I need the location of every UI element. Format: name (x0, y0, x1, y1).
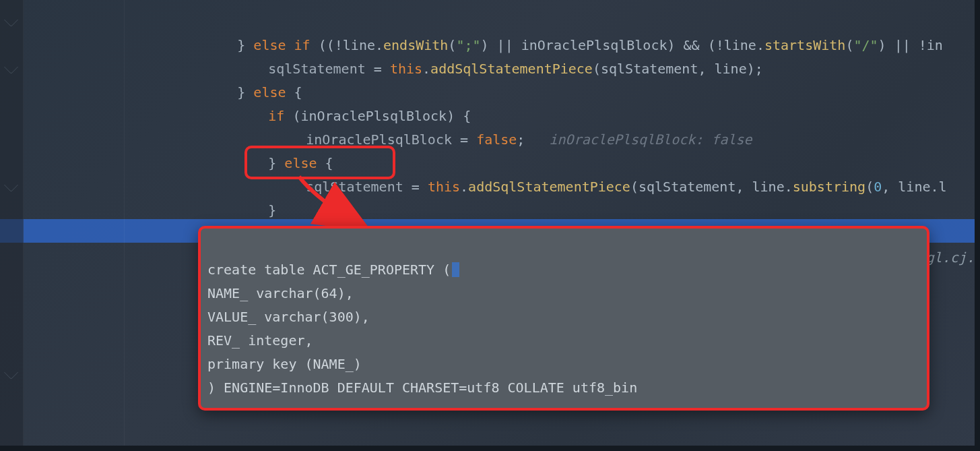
tooltip-line: ) ENGINE=InnoDB DEFAULT CHARSET=utf8 COL… (207, 380, 637, 396)
code-line: inOraclePlsqlBlock = false; inOraclePlsq… (23, 104, 980, 128)
text-caret (452, 262, 459, 277)
tooltip-line: NAME_ varchar(64), (207, 285, 354, 301)
code-line: } else { (23, 128, 980, 152)
tooltip-line: VALUE_ varchar(300), (207, 309, 370, 325)
editor-gutter (0, 0, 24, 451)
tooltip-line: primary key (NAME_) (207, 356, 362, 372)
tooltip-line: create table ACT_GE_PROPERTY ( (207, 262, 451, 278)
code-line: } (23, 421, 980, 445)
frame-right (975, 0, 980, 451)
code-line: } else { (23, 57, 980, 81)
tooltip-line: REV_ integer, (207, 332, 313, 349)
debugger-evaluate-popup[interactable]: create table ACT_GE_PROPERTY ( NAME_ var… (198, 226, 929, 411)
code-line: sqlStatement = this.addSqlStatementPiece… (23, 34, 980, 57)
code-line: } else if ((!line.endsWith(";") || inOra… (23, 10, 980, 34)
code-line: sqlStatement = this.addSqlStatementPiece… (23, 152, 980, 175)
frame-bottom (0, 446, 980, 451)
code-editor[interactable]: } else if ((!line.endsWith(";") || inOra… (0, 0, 980, 451)
code-line: if (inOraclePlsqlBlock) { (23, 81, 980, 104)
code-line: } (23, 175, 980, 199)
